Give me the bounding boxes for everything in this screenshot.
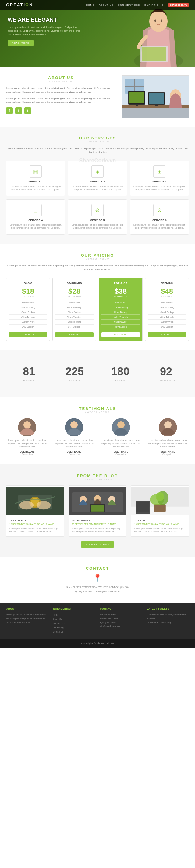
about-social-icons: f f t [6, 107, 116, 114]
nav-services[interactable]: OUR SERVICES [118, 4, 140, 6]
services-grid: ▦ SERVICE 1 Lorem ipsum dolor sit amet c… [6, 161, 189, 235]
hero-read-more-button[interactable]: READ MORE [8, 40, 33, 46]
plan-price-standard: $28 [55, 287, 93, 296]
pricing-card-popular: POPULAR $38 PER MONTH Free Access Unbrok… [99, 278, 143, 341]
blog-content-2: TITLE OF POST 15 SEPTEMBER 2014 AUTHOR Y… [69, 516, 126, 536]
plan-price-basic: $18 [9, 287, 47, 296]
plan-name-basic: BASIC [9, 282, 47, 285]
footer-link-pricing[interactable]: Our Pricing [53, 626, 95, 630]
blog-post-date-1: 15 SEPTEMBER 2014 AUTHOR YOUR NAME [9, 523, 61, 525]
blog-subtitle: LATEST UPDATES [6, 478, 189, 481]
service-text-2: Lorem ipsum dolor sit amet conse ctetur … [71, 185, 123, 191]
plan-button-premium[interactable]: READ MORE [148, 333, 186, 337]
footer-col-contact: CONTACT 9th Johner StreetSomewhere Londo… [100, 607, 142, 634]
blog-view-all-button[interactable]: VIEW ALL ITEMS [81, 541, 114, 548]
footer-link-services[interactable]: Our Services [53, 621, 95, 626]
plan-feature-6-basic: 24/7 Support [9, 324, 47, 330]
testimonials-grid: Lorem ipsum dolor sit amet, conse ctetur… [6, 418, 189, 455]
service-icon-6: ⊙ [153, 204, 165, 216]
blog-section: FROM THE BLOG LATEST UPDATES TITLE OF PO… [0, 464, 195, 557]
plan-button-standard[interactable]: READ MORE [55, 333, 93, 337]
service-icon-4: ◻ [30, 204, 42, 216]
service-icon-5: ⊛ [91, 204, 104, 216]
testimonials-subtitle: LATEST ITEMS [6, 411, 189, 414]
plan-period-popular: PER MONTH [102, 296, 140, 298]
plan-period-standard: PER MONTH [55, 296, 93, 298]
service-card-1: ▦ SERVICE 1 Lorem ipsum dolor sit amet c… [6, 161, 65, 196]
svg-point-25 [117, 421, 124, 429]
nav-home[interactable]: HOME [86, 4, 94, 6]
service-title-1: SERVICE 1 [9, 180, 61, 183]
testimonial-avatar-1 [18, 418, 36, 436]
hero-image [110, 0, 195, 67]
svg-point-23 [71, 421, 78, 429]
about-section: ABOUT US LOREM IPSUM Lorem ipsum dolor s… [0, 67, 195, 126]
blog-title: FROM THE BLOG [6, 473, 189, 478]
twitter-icon[interactable]: t [24, 107, 31, 114]
blog-post-date-3: 15 SEPTEMBER 2014 AUTHOR YOUR NAME [134, 523, 186, 525]
service-card-5: ⊛ SERVICE 5 Lorem ipsum dolor sit amet c… [68, 199, 127, 235]
nav-about[interactable]: ABOUT US [99, 4, 114, 6]
footer-link-home[interactable]: Home [53, 613, 95, 617]
service-icon-3: ⊞ [153, 165, 165, 178]
svg-point-1 [149, 11, 168, 32]
blog-post-title-3: TITLE Of [134, 519, 186, 522]
testimonials-title: TESTIMONIALS [6, 406, 189, 411]
plan-button-popular[interactable]: READ MORE [102, 333, 140, 337]
plan-button-basic[interactable]: READ MORE [9, 333, 47, 337]
service-text-5: Lorem ipsum dolor sit amet conse ctetur … [71, 223, 123, 230]
plan-name-popular: POPULAR [102, 282, 140, 285]
testimonial-text-3: Lorem ipsum dolor sit amet, conse ctetur… [100, 439, 142, 448]
pricing-subtitle: LOREM IPSUM [6, 257, 189, 260]
services-title: OUR SERVICES [6, 136, 189, 140]
plan-price-popular: $38 [102, 287, 140, 296]
footer-contact-text: 9th Johner StreetSomewhere London+(123) … [100, 613, 142, 628]
facebook-icon-2[interactable]: f [15, 107, 22, 114]
testimonial-avatar-3 [112, 418, 130, 436]
services-section: OUR SERVICES LOREM IPSUM Lorem ipsum dol… [0, 126, 195, 244]
service-title-6: SERVICE 6 [134, 219, 186, 222]
facebook-icon[interactable]: f [6, 107, 13, 114]
svg-point-27 [164, 421, 171, 429]
plan-feature-3-premium: Cloud Backup [148, 310, 186, 315]
footer-copyright: Copyright © Copyright © ShareCode.vnShar… [81, 642, 114, 645]
pricing-section: OUR PRICING LOREM IPSUM Lorem ipsum dolo… [0, 244, 195, 350]
svg-rect-14 [136, 104, 138, 106]
testimonials-section: TESTIMONIALS LATEST ITEMS Lorem ipsum do… [0, 397, 195, 464]
svg-rect-40 [91, 504, 104, 512]
contact-title: CONTACT [6, 566, 189, 570]
stat-label-books: BOOKS [52, 379, 98, 382]
stat-number-pages: 81 [6, 365, 52, 378]
navbar-links: HOME ABOUT US OUR SERVICES OUR PRICING S… [86, 3, 189, 7]
logo-highlight: O [25, 2, 29, 7]
services-intro: Lorem ipsum dolor sit amet, consece tetu… [6, 147, 189, 155]
blog-post-text-3: Lorem ipsum dolor sit amet conse ctetur … [134, 527, 186, 533]
service-text-3: Lorem ipsum dolor sit amet conse ctetur … [134, 185, 186, 191]
footer-link-about[interactable]: About Us [53, 617, 95, 621]
footer-link-contact[interactable]: Contact Us [53, 630, 95, 634]
contact-section: CONTACT 📍 9th, JOHNER STREET SOMEWHERE L… [0, 557, 195, 603]
plan-feature-4-popular: Video Tutorials [102, 315, 140, 320]
stat-number-comments: 92 [143, 365, 189, 378]
testimonial-role-2: Occupation [53, 453, 95, 455]
stat-number-lines: 180 [98, 365, 143, 378]
nav-pricing[interactable]: OUR PRICING [144, 4, 164, 6]
blog-post-1: TITLE OF POST 15 SEPTEMBER 2014 AUTHOR Y… [6, 486, 64, 537]
testimonial-role-4: Occupation [146, 453, 189, 455]
testimonial-2: Lorem ipsum dolor sit amet, conse ctetur… [53, 418, 95, 455]
svg-point-46 [156, 492, 164, 501]
about-text-2: Lorem ipsum dolor sit amet, conse ctetur… [6, 97, 116, 104]
plan-feature-2-premium: Unbrokeballing [148, 305, 186, 310]
blog-post-3: TITLE Of 15 SEPTEMBER 2014 AUTHOR YOUR N… [131, 486, 189, 537]
stat-label-comments: COMMENTS [143, 379, 189, 382]
stat-books: 225 BOOKS [52, 359, 98, 388]
services-subtitle: LOREM IPSUM [6, 140, 189, 143]
pricing-title: OUR PRICING [6, 253, 189, 257]
testimonial-text-4: Lorem ipsum dolor sit amet, conse ctetur… [146, 439, 189, 448]
svg-rect-16 [149, 93, 164, 104]
svg-rect-19 [122, 108, 189, 118]
service-card-2: ◈ SERVICE 2 Lorem ipsum dolor sit amet c… [68, 161, 127, 196]
svg-point-32 [19, 501, 33, 509]
plan-period-premium: PER MONTH [148, 296, 186, 298]
service-card-4: ◻ SERVICE 4 Lorem ipsum dolor sit amet c… [6, 199, 65, 235]
